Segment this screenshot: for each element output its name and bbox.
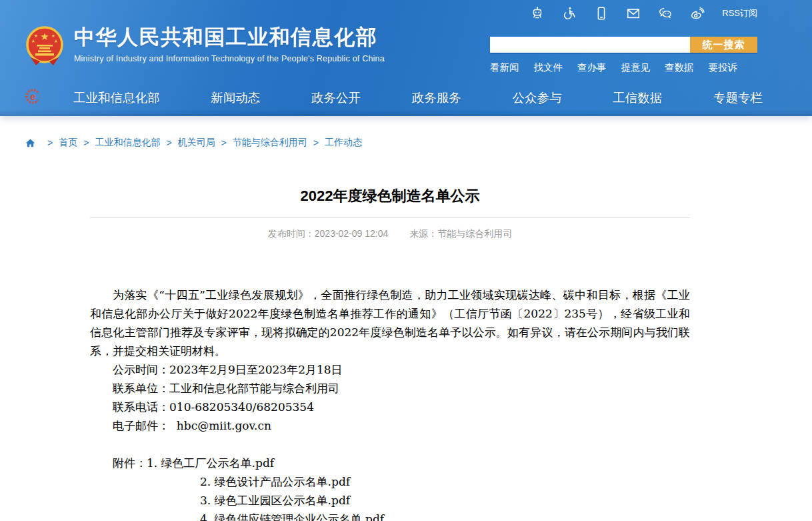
miit-e-logo-icon: e [24, 87, 42, 105]
breadcrumb-link[interactable]: 首页 [59, 137, 77, 149]
attachment-link[interactable]: 3. 绿色工业园区公示名单.pdf [200, 494, 350, 507]
contact-phone-line: 联系电话：010-68205340/68205354 [90, 398, 690, 416]
breadcrumb-item: > 首页 [41, 137, 77, 149]
article-meta: 发布时间：2023-02-09 12:04 来源：节能与综合利用司 [90, 228, 690, 240]
breadcrumb-link[interactable]: 工作动态 [325, 137, 362, 149]
accessibility-icon[interactable] [562, 6, 577, 21]
attachment-link[interactable]: 1. 绿色工厂公示名单.pdf [147, 456, 274, 470]
lead-paragraph: 为落实《“十四五”工业绿色发展规划》，全面推行绿色制造，助力工业领域实现碳达峰、… [90, 286, 690, 360]
attachments: 附件：1. 绿色工厂公示名单.pdf 2. 绿色设计产品公示名单.pdf 3. … [90, 454, 690, 521]
nav-item[interactable]: 政务公开 [311, 89, 361, 106]
quick-link[interactable]: 查办事 [577, 61, 607, 74]
main-nav: e 工业和信息化部 新闻动态 政务公开 政务服务 公众参与 工信数据 专题专栏 [0, 87, 812, 108]
rss-subscribe-link[interactable]: RSS订阅 [722, 7, 757, 19]
svg-text:e: e [31, 91, 36, 102]
breadcrumb-item: > 工业和信息化部 [77, 137, 160, 149]
quick-links: 看新闻 找文件 查办事 提意见 查数据 要投诉 [490, 61, 757, 74]
article-body: 为落实《“十四五”工业绿色发展规划》，全面推行绿色制造，助力工业领域实现碳达峰、… [90, 286, 690, 521]
breadcrumb-item: > 机关司局 [160, 137, 215, 149]
breadcrumb: > 首页 > 工业和信息化部 > 机关司局 > 节能与综合利用司 > 工作动态 [25, 137, 812, 149]
national-emblem-icon: ★ ★ ★ ★ ★ [25, 25, 64, 68]
quick-link[interactable]: 看新闻 [490, 61, 519, 74]
publicity-period-line: 公示时间：2023年2月9日至2023年2月18日 [90, 360, 690, 379]
wechat-icon[interactable] [658, 6, 673, 21]
nav-items: 工业和信息化部 新闻动态 政务公开 政务服务 公众参与 工信数据 专题专栏 [73, 87, 763, 108]
attachment-link[interactable]: 2. 绿色设计产品公示名单.pdf [200, 475, 350, 488]
quick-link[interactable]: 要投诉 [709, 61, 738, 74]
article-title: 2022年度绿色制造名单公示 [90, 186, 690, 206]
attachment-row: 2. 绿色设计产品公示名单.pdf [90, 472, 690, 491]
breadcrumb-item: > 节能与综合利用司 [215, 137, 307, 149]
contact-email-line: 电子邮件： hbc@miit.gov.cn [90, 416, 690, 435]
breadcrumb-separator: > [313, 137, 319, 148]
nav-item[interactable]: 新闻动态 [211, 89, 260, 106]
nav-item[interactable]: 公众参与 [513, 89, 562, 106]
weibo-icon[interactable] [690, 6, 705, 21]
breadcrumb-separator: > [83, 137, 89, 148]
attachment-row: 4. 绿色供应链管理企业公示名单.pdf [90, 510, 690, 521]
breadcrumb-item: > 工作动态 [307, 137, 362, 149]
contact-unit-line: 联系单位：工业和信息化部节能与综合利用司 [90, 379, 690, 398]
attachment-link[interactable]: 4. 绿色供应链管理企业公示名单.pdf [200, 512, 384, 521]
home-icon[interactable] [25, 138, 36, 148]
search-button[interactable]: 统一搜索 [690, 37, 757, 53]
top-utility-bar: RSS订阅 [530, 6, 757, 21]
site-banner: RSS订阅 ★ ★ ★ ★ ★ 中华人民共和国工业和信息化部 Ministry … [0, 0, 812, 116]
svg-text:★: ★ [31, 39, 35, 43]
quick-link[interactable]: 找文件 [534, 61, 563, 74]
site-title: 中华人民共和国工业和信息化部 [74, 25, 385, 49]
search-input[interactable] [490, 37, 690, 53]
svg-text:★: ★ [51, 33, 55, 38]
attachments-label: 附件： [113, 456, 147, 470]
breadcrumb-separator: > [47, 137, 53, 148]
publish-time: 发布时间：2023-02-09 12:04 [268, 228, 389, 239]
assistant-robot-icon[interactable] [530, 6, 545, 21]
breadcrumb-separator: > [166, 137, 171, 148]
svg-text:★: ★ [34, 33, 38, 38]
quick-link[interactable]: 提意见 [621, 61, 651, 74]
quick-link[interactable]: 查数据 [665, 61, 694, 74]
breadcrumb-link[interactable]: 机关司局 [178, 137, 215, 149]
nav-item[interactable]: 专题专栏 [713, 89, 763, 106]
breadcrumb-link[interactable]: 节能与综合利用司 [233, 137, 307, 149]
nav-item[interactable]: 工信数据 [613, 89, 662, 106]
attachment-row: 3. 绿色工业园区公示名单.pdf [90, 491, 690, 510]
nav-item[interactable]: 工业和信息化部 [73, 89, 160, 106]
mail-icon[interactable] [626, 6, 641, 21]
title-divider [90, 217, 690, 218]
masthead: ★ ★ ★ ★ ★ 中华人民共和国工业和信息化部 Ministry of Ind… [25, 25, 385, 68]
search-area: 统一搜索 看新闻 找文件 查办事 提意见 查数据 要投诉 [490, 37, 757, 74]
article: 2022年度绿色制造名单公示 发布时间：2023-02-09 12:04 来源：… [90, 186, 690, 521]
attachment-row: 附件：1. 绿色工厂公示名单.pdf [90, 454, 690, 472]
svg-text:★: ★ [40, 31, 49, 42]
svg-text:★: ★ [54, 39, 58, 43]
breadcrumb-link[interactable]: 工业和信息化部 [95, 137, 160, 149]
article-source: 来源：节能与综合利用司 [409, 228, 512, 239]
mobile-icon[interactable] [594, 6, 609, 21]
site-subtitle: Ministry of Industry and Information Tec… [74, 54, 385, 63]
nav-item[interactable]: 政务服务 [412, 89, 461, 106]
breadcrumb-separator: > [221, 137, 227, 148]
